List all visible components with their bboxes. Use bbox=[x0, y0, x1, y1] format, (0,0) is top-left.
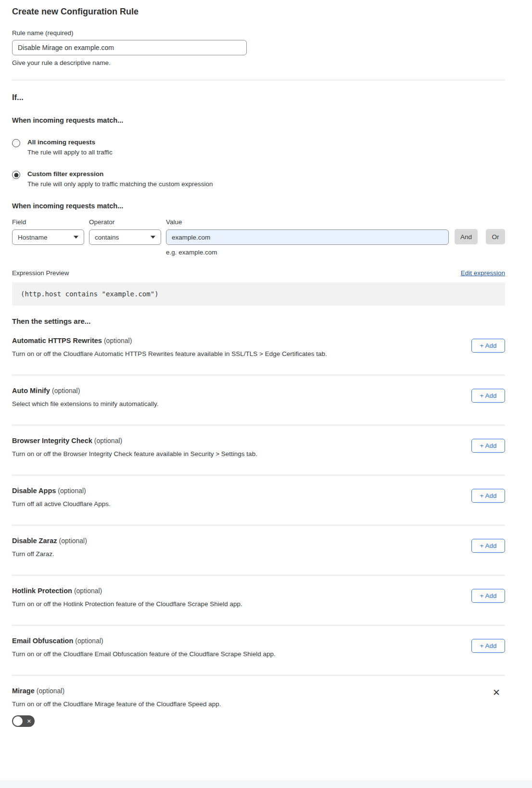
page-title: Create new Configuration Rule bbox=[12, 7, 505, 17]
chevron-down-icon bbox=[151, 236, 155, 239]
rule-name-label: Rule name (required) bbox=[12, 29, 505, 37]
setting-row-mirage: Mirage (optional) Turn on or off the Clo… bbox=[12, 675, 505, 729]
then-settings-heading: Then the settings are... bbox=[12, 317, 505, 325]
setting-row-hotlink-protection: Hotlink Protection (optional) Turn on or… bbox=[12, 575, 505, 625]
match-heading: When incoming requests match... bbox=[12, 116, 505, 124]
optional-label: (optional) bbox=[59, 537, 87, 545]
optional-label: (optional) bbox=[94, 437, 122, 445]
rule-name-input[interactable] bbox=[12, 40, 247, 55]
setting-title: Email Obfuscation (optional) bbox=[12, 637, 276, 645]
builder-heading: When incoming requests match... bbox=[12, 202, 505, 210]
radio-option-all-requests[interactable]: All incoming requests The rule will appl… bbox=[12, 139, 505, 156]
add-button[interactable]: + Add bbox=[471, 439, 505, 453]
radio-option-description: The rule will apply to all traffic bbox=[27, 149, 113, 156]
toggle-off-x-icon: ✕ bbox=[27, 719, 31, 724]
close-icon[interactable]: ✕ bbox=[493, 688, 500, 697]
expression-preview-label: Expression Preview bbox=[12, 269, 69, 277]
radio-option-custom-filter[interactable]: Custom filter expression The rule will o… bbox=[12, 170, 505, 188]
optional-label: (optional) bbox=[37, 687, 64, 695]
operator-select-value: contains bbox=[95, 234, 119, 241]
optional-label: (optional) bbox=[74, 587, 102, 595]
setting-description: Turn on or off the Browser Integrity Che… bbox=[12, 450, 257, 458]
setting-row-disable-apps: Disable Apps (optional) Turn off all act… bbox=[12, 475, 505, 525]
setting-title: Mirage (optional) bbox=[12, 687, 493, 695]
configuration-rule-form: Create new Configuration Rule Rule name … bbox=[12, 0, 505, 729]
optional-label: (optional) bbox=[52, 387, 80, 394]
setting-title: Browser Integrity Check (optional) bbox=[12, 437, 257, 445]
setting-description: Turn on or off the Cloudflare Automatic … bbox=[12, 350, 327, 357]
value-label: Value bbox=[166, 218, 449, 226]
setting-description: Turn on or off the Cloudflare Email Obfu… bbox=[12, 650, 276, 658]
field-label: Field bbox=[12, 218, 84, 226]
chevron-down-icon bbox=[74, 236, 78, 239]
optional-label: (optional) bbox=[58, 487, 86, 495]
setting-title: Disable Zaraz (optional) bbox=[12, 537, 87, 545]
setting-row-automatic-https-rewrites: Automatic HTTPS Rewrites (optional) Turn… bbox=[12, 325, 505, 375]
optional-label: (optional) bbox=[75, 637, 103, 645]
value-input[interactable] bbox=[166, 229, 449, 245]
setting-row-disable-zaraz: Disable Zaraz (optional) Turn off Zaraz.… bbox=[12, 525, 505, 575]
operator-label: Operator bbox=[89, 218, 161, 226]
if-heading: If... bbox=[12, 93, 505, 102]
setting-description: Select which file extensions to minify a… bbox=[12, 400, 158, 407]
condition-row: Field Hostname Operator contains Value e… bbox=[12, 218, 505, 256]
setting-description: Turn off Zaraz. bbox=[12, 550, 87, 558]
setting-title: Auto Minify (optional) bbox=[12, 387, 158, 394]
add-button[interactable]: + Add bbox=[471, 539, 505, 553]
radio-unselected-icon[interactable] bbox=[12, 139, 20, 147]
setting-row-email-obfuscation: Email Obfuscation (optional) Turn on or … bbox=[12, 625, 505, 675]
setting-title: Disable Apps (optional) bbox=[12, 487, 111, 495]
value-helper: e.g. example.com bbox=[166, 249, 449, 256]
add-button[interactable]: + Add bbox=[471, 589, 505, 603]
edit-expression-link[interactable]: Edit expression bbox=[461, 269, 505, 277]
add-button[interactable]: + Add bbox=[471, 339, 505, 353]
add-button[interactable]: + Add bbox=[471, 639, 505, 653]
radio-option-description: The rule will only apply to traffic matc… bbox=[27, 180, 213, 188]
setting-title: Automatic HTTPS Rewrites (optional) bbox=[12, 337, 327, 344]
setting-description: Turn on or off the Hotlink Protection fe… bbox=[12, 600, 242, 608]
setting-title: Hotlink Protection (optional) bbox=[12, 587, 242, 595]
optional-label: (optional) bbox=[104, 337, 132, 344]
mirage-toggle[interactable]: ✕ bbox=[12, 715, 35, 727]
or-button[interactable]: Or bbox=[486, 229, 505, 244]
and-button[interactable]: And bbox=[455, 229, 478, 244]
add-button[interactable]: + Add bbox=[471, 489, 505, 503]
radio-option-label: All incoming requests bbox=[27, 139, 113, 146]
footer-band bbox=[0, 780, 532, 788]
setting-description: Turn on or off the Cloudflare Mirage fea… bbox=[12, 700, 493, 708]
field-select[interactable]: Hostname bbox=[12, 229, 84, 245]
operator-select[interactable]: contains bbox=[89, 229, 161, 245]
expression-preview-code: (http.host contains "example.com") bbox=[12, 282, 505, 305]
radio-option-label: Custom filter expression bbox=[27, 170, 213, 178]
radio-selected-icon[interactable] bbox=[12, 171, 20, 179]
section-divider bbox=[12, 80, 505, 80]
setting-row-browser-integrity-check: Browser Integrity Check (optional) Turn … bbox=[12, 425, 505, 475]
add-button[interactable]: + Add bbox=[471, 389, 505, 403]
setting-row-auto-minify: Auto Minify (optional) Select which file… bbox=[12, 375, 505, 425]
toggle-knob[interactable] bbox=[13, 716, 23, 726]
field-select-value: Hostname bbox=[18, 234, 48, 241]
setting-description: Turn off all active Cloudflare Apps. bbox=[12, 500, 111, 508]
rule-name-helper: Give your rule a descriptive name. bbox=[12, 59, 505, 66]
